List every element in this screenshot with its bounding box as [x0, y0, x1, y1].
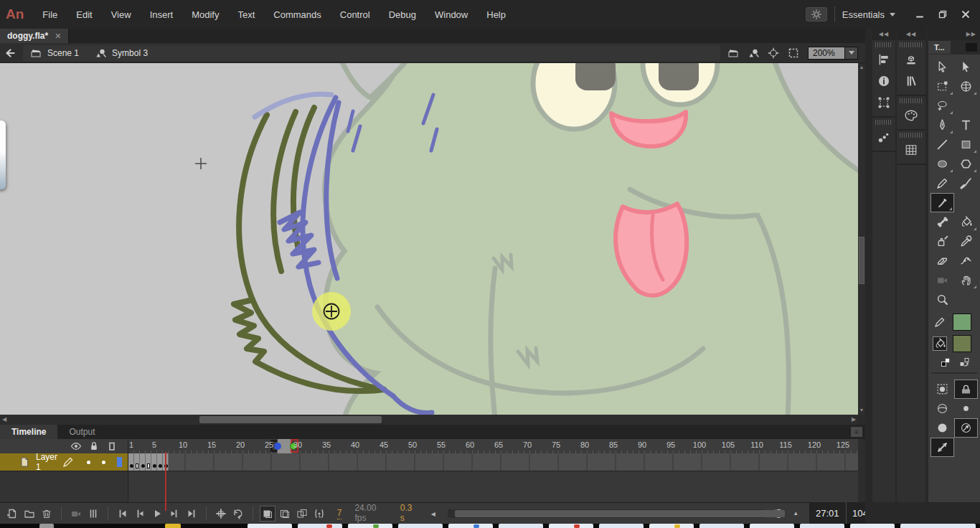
taskbar-item[interactable]	[699, 524, 744, 528]
brush-shape-toggle[interactable]	[930, 418, 954, 438]
taskbar-item[interactable]	[850, 524, 895, 528]
parenting-view-button[interactable]	[85, 506, 101, 522]
taskbar-item[interactable]	[298, 524, 342, 528]
subselection-tool[interactable]	[954, 57, 978, 77]
windows-taskbar-sliver[interactable]	[0, 524, 980, 528]
frame-rate-field[interactable]: 24.00 fps	[354, 503, 387, 524]
close-button[interactable]	[954, 5, 977, 24]
eraser-tool[interactable]	[930, 251, 954, 270]
taskbar-item[interactable]	[248, 524, 292, 528]
tools-panel-tab[interactable]: T...	[928, 41, 951, 54]
brush-tool[interactable]	[930, 193, 954, 212]
fill-color-swatch[interactable]	[953, 335, 971, 352]
panel-drag-grip[interactable]	[900, 42, 923, 47]
step-forward-button[interactable]	[166, 506, 182, 522]
selection-tool[interactable]	[930, 57, 954, 77]
layer-visibility-dot[interactable]	[87, 461, 90, 464]
current-frame-field[interactable]: 7	[337, 508, 342, 519]
layer-row[interactable]: Layer 1	[0, 453, 128, 471]
polystar-tool[interactable]	[954, 154, 978, 174]
taskbar-item[interactable]	[750, 524, 794, 528]
swap-colors-icon[interactable]	[958, 357, 970, 368]
brush-mode-toggle[interactable]	[930, 399, 954, 418]
center-frame-button[interactable]	[213, 506, 229, 522]
taskbar-item[interactable]	[39, 524, 54, 528]
panel-drag-grip[interactable]	[900, 98, 923, 103]
layer-outline-color-chip[interactable]	[117, 457, 122, 467]
panel-drag-grip[interactable]	[875, 120, 892, 125]
layer-lock-dot[interactable]	[102, 461, 105, 464]
object-drawing-toggle[interactable]	[930, 380, 954, 399]
free-transform-tool[interactable]	[930, 77, 954, 96]
keyframe-cell[interactable]	[134, 453, 140, 471]
keyframe-cell[interactable]	[151, 453, 157, 471]
menu-item-edit[interactable]: Edit	[67, 6, 100, 23]
oval-tool[interactable]	[930, 154, 954, 174]
taskbar-item[interactable]	[499, 524, 543, 528]
edit-symbols-button[interactable]	[748, 47, 759, 59]
step-back-button[interactable]	[132, 506, 148, 522]
scroll-right-icon[interactable]: ▶	[849, 415, 858, 425]
timeline-horizontal-scrollbar[interactable]	[448, 509, 764, 518]
breadcrumb-scene[interactable]: Scene 1	[47, 48, 79, 58]
menu-item-debug[interactable]: Debug	[380, 6, 425, 23]
center-stage-button[interactable]	[768, 47, 779, 59]
keyframe-cell[interactable]	[140, 453, 146, 471]
camera-button[interactable]	[68, 506, 84, 522]
edit-multiple-frames-button[interactable]	[294, 506, 310, 522]
taskbar-item[interactable]	[900, 524, 976, 528]
scroll-up-icon[interactable]: ▲	[858, 63, 865, 72]
edit-scene-button[interactable]	[727, 47, 739, 59]
minimize-button[interactable]	[908, 5, 931, 24]
width-tool[interactable]	[954, 251, 978, 270]
timeline-scroll-left-icon[interactable]: ◂	[426, 506, 440, 522]
menu-item-commands[interactable]: Commands	[265, 6, 329, 23]
menu-item-view[interactable]: View	[103, 6, 140, 23]
timeline-scrollbar[interactable]	[858, 439, 865, 502]
camera-tool[interactable]	[930, 270, 954, 290]
brush-size-toggle[interactable]	[954, 399, 978, 418]
sync-settings-icon[interactable]	[806, 7, 827, 22]
collapse-panels-icon[interactable]: ◀◀	[897, 29, 925, 40]
hand-tool[interactable]	[954, 270, 978, 290]
loop-button[interactable]	[230, 506, 246, 522]
keyframe-cell[interactable]	[128, 453, 134, 471]
align-panel-button[interactable]	[872, 49, 895, 70]
menu-item-help[interactable]: Help	[478, 6, 514, 23]
delete-button[interactable]	[39, 506, 55, 522]
tilt-toggle[interactable]	[954, 418, 978, 438]
taskbar-item[interactable]	[549, 524, 593, 528]
rectangle-tool[interactable]	[954, 135, 978, 154]
onion-skin-outlines-button[interactable]	[277, 506, 293, 522]
outline-all-icon[interactable]	[106, 440, 118, 452]
breadcrumb-symbol[interactable]: Symbol 3	[112, 48, 148, 58]
horizontal-scroll-thumb[interactable]	[199, 416, 382, 423]
taskbar-item[interactable]	[800, 524, 844, 528]
zoom-level-field[interactable]: 200%	[808, 47, 858, 60]
paint-bucket-tool[interactable]	[954, 212, 978, 232]
swatches-panel-button[interactable]	[897, 139, 925, 161]
menu-item-file[interactable]: File	[34, 6, 66, 23]
shorten-frames-icon[interactable]: ▲	[788, 506, 803, 522]
eyedropper-tool[interactable]	[954, 232, 978, 251]
vertical-scroll-thumb[interactable]	[859, 237, 864, 284]
taskbar-item[interactable]	[398, 524, 443, 528]
panel-drag-grip[interactable]	[875, 42, 892, 47]
new-layer-button[interactable]	[4, 506, 20, 522]
go-to-last-frame-button[interactable]	[184, 506, 199, 522]
collapse-panels-icon[interactable]: ◀◀	[872, 29, 895, 40]
screen-recorder-side-tab[interactable]	[0, 121, 6, 189]
vertical-scrollbar[interactable]: ▲ ▼	[858, 63, 865, 415]
document-tab[interactable]: doggy.fla* ✕	[0, 29, 69, 43]
taskbar-item[interactable]	[165, 524, 181, 528]
timeline-ruler[interactable]: 1510152025303540455055606570758085909510…	[128, 439, 865, 453]
library-panel-button[interactable]	[897, 49, 925, 70]
pressure-toggle[interactable]	[930, 438, 954, 457]
lock-fill-toggle[interactable]	[954, 380, 978, 399]
taskbar-item[interactable]	[599, 524, 644, 528]
layer-name[interactable]: Layer 1	[36, 452, 62, 472]
scroll-down-icon[interactable]: ▼	[858, 406, 865, 415]
zoom-dropdown-icon[interactable]	[849, 51, 854, 55]
text-tool[interactable]	[954, 116, 978, 135]
menu-item-insert[interactable]: Insert	[141, 6, 182, 23]
